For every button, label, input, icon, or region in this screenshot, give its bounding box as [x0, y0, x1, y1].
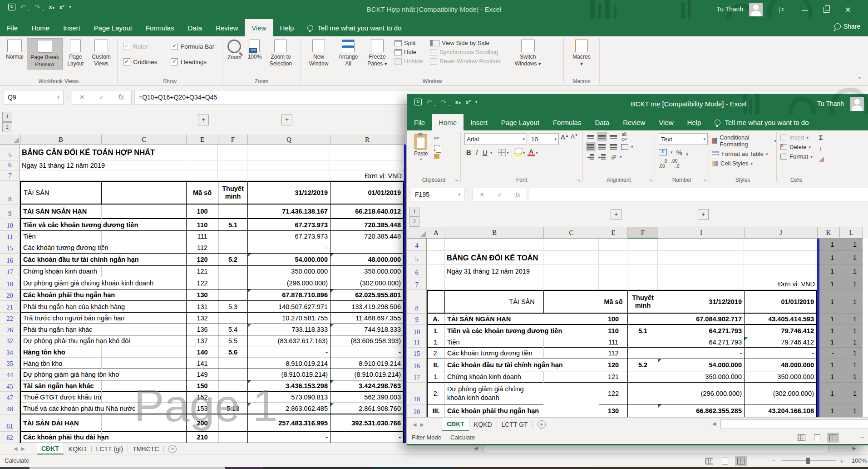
column-headers[interactable]: ABCEFIJKL — [407, 227, 863, 239]
outline-expand-button[interactable]: + — [281, 115, 292, 125]
tab-page-layout[interactable]: Page Layout — [494, 114, 546, 130]
row-header-21[interactable]: 21 — [0, 301, 20, 313]
scroll-right-icon[interactable]: ▶ — [853, 445, 856, 451]
orientation-dropdown-icon[interactable]: ▾ — [620, 155, 622, 159]
zoom-in-icon[interactable]: + — [840, 457, 844, 464]
tab-file[interactable]: File — [407, 114, 432, 130]
switch-windows-button[interactable]: Switch Windows ▾ — [510, 38, 546, 69]
cell[interactable] — [218, 313, 247, 324]
decrease-font-icon[interactable]: A▼ — [571, 133, 578, 145]
cell[interactable] — [330, 160, 404, 170]
cell[interactable] — [445, 239, 543, 251]
cell[interactable]: Phải thu ngắn hạn của khách hàng — [20, 301, 186, 313]
insert-cells-button[interactable]: Insert ▾ — [780, 134, 816, 141]
cell[interactable] — [627, 404, 658, 417]
accounting-format-icon[interactable]: $ — [659, 149, 667, 155]
cell[interactable]: 1 — [817, 337, 839, 348]
cell[interactable]: 1 — [839, 359, 863, 371]
cell[interactable]: BẢNG CÂN ĐỐI KẾ TOÁN — [445, 251, 717, 264]
cell[interactable]: 1 — [817, 251, 839, 264]
cell[interactable]: Dự phòng giảm giá hàng tồn kho — [20, 369, 186, 380]
cell[interactable]: - — [817, 348, 839, 359]
page-layout-shortcut[interactable] — [811, 433, 823, 443]
tab-home[interactable]: Home — [432, 114, 464, 130]
merge-dropdown-icon[interactable]: ▾ — [631, 145, 633, 149]
cell[interactable]: 132 — [186, 313, 218, 324]
cell[interactable]: II. — [427, 359, 445, 371]
cell[interactable]: 1 — [817, 325, 839, 337]
row-header-48[interactable]: 48 — [0, 403, 20, 414]
column-header-R[interactable]: R — [330, 135, 404, 145]
avatar[interactable] — [850, 97, 864, 111]
tab-formulas[interactable]: Formulas — [139, 19, 181, 36]
undo-icon[interactable]: ↶ ˬ — [426, 99, 436, 105]
row-header-11[interactable]: 11 — [0, 231, 20, 242]
scrollbar-thumb[interactable] — [483, 444, 829, 453]
bold-button[interactable]: B — [464, 149, 473, 156]
delete-cells-button[interactable]: ×Delete ▾ — [780, 144, 816, 150]
cell[interactable]: 1 — [817, 314, 839, 325]
cell[interactable]: 48.000.000 — [744, 359, 817, 371]
cell[interactable]: Các khoản phải thu dài hạn — [20, 432, 186, 443]
tab-file[interactable]: File — [0, 19, 25, 36]
collapse-ribbon-icon[interactable]: ⌃ — [857, 76, 862, 83]
redo-icon[interactable]: ↷ ˬ — [441, 99, 451, 105]
outline-expand-button[interactable]: + — [611, 209, 621, 220]
cell[interactable]: (83.606.958.393) — [330, 335, 404, 346]
cell[interactable]: TÀI SẢN — [445, 290, 599, 314]
cell[interactable]: 2.861.908.760 — [330, 403, 404, 414]
tab-view[interactable]: View — [245, 19, 273, 36]
spreadsheet-grid[interactable]: 4115BẢNG CÂN ĐỐI KẾ TOÁN116Ngày 31 tháng… — [407, 239, 868, 417]
tab-data[interactable]: Data — [588, 114, 616, 130]
headings-checkbox[interactable]: ✓Headings — [171, 58, 225, 65]
clear-icon[interactable]: ◢ — [819, 155, 826, 162]
cell[interactable]: - — [247, 432, 330, 443]
cell[interactable]: (296.000.000) — [658, 383, 744, 404]
cell[interactable]: 5.4 — [218, 324, 247, 335]
reset-window-position-button[interactable]: Reset Window Position — [430, 58, 500, 65]
cell[interactable]: 350.000.000 — [658, 371, 744, 383]
normal-view-shortcut[interactable] — [795, 433, 807, 443]
cell[interactable] — [744, 239, 817, 251]
cell[interactable] — [218, 231, 247, 242]
italic-button[interactable]: I — [474, 149, 480, 156]
cell[interactable]: 140.507.627.971 — [247, 301, 330, 313]
sheet-tab-CĐKT[interactable]: CĐKT — [442, 418, 469, 431]
top-align-icon[interactable] — [586, 132, 596, 141]
cell[interactable]: (302.000.000) — [330, 277, 404, 289]
cell[interactable]: Ngày 31 tháng 12 năm 2019 — [445, 264, 672, 278]
cell[interactable]: 350.000.000 — [744, 371, 817, 383]
page-layout-view-button[interactable]: Page Layout — [64, 38, 87, 70]
copy-icon[interactable] — [434, 145, 439, 151]
cell[interactable]: Tiền — [445, 337, 599, 348]
cell[interactable]: 8.910.019.214 — [330, 358, 404, 369]
number-dialog-launcher[interactable]: ↘ — [702, 178, 707, 183]
sheet-tab-LCTT (gt)[interactable]: LCTT (gt) — [92, 443, 128, 454]
cell[interactable]: 133.419.298.506 — [330, 301, 404, 313]
row-header-7[interactable]: 7 — [407, 278, 427, 290]
row-header-20[interactable]: 20 — [0, 289, 20, 301]
cell[interactable]: 10.270.581.755 — [247, 313, 330, 324]
tab-help[interactable]: Help — [681, 114, 708, 130]
column-header-B[interactable]: B — [445, 227, 544, 239]
cell[interactable]: 122 — [186, 277, 218, 289]
tell-me-box[interactable]: Tell me what you want to do — [708, 114, 815, 130]
row-header-62[interactable]: 62 — [0, 432, 20, 443]
zoom-100-button[interactable]: 100100% — [246, 38, 264, 69]
cell[interactable]: 43.405.414.593 — [744, 314, 817, 325]
cell[interactable]: 130 — [186, 289, 218, 301]
column-header-L[interactable]: L — [840, 227, 863, 239]
cell[interactable] — [445, 278, 543, 290]
cell[interactable]: Tiền và các khoản tương đương tiền — [20, 219, 186, 231]
cell[interactable]: 112 — [186, 242, 218, 254]
cell[interactable]: - — [247, 346, 330, 358]
increase-decimal-icon[interactable]: ←.0.00 — [659, 159, 667, 169]
cell[interactable]: 137 — [186, 335, 218, 346]
cell[interactable]: - — [330, 242, 404, 254]
fx-icon[interactable]: fx — [118, 93, 124, 101]
outline-expand-button[interactable]: + — [198, 115, 209, 125]
cell[interactable]: 120 — [186, 254, 218, 266]
cell[interactable]: Trả trước cho người bán ngắn hạn — [20, 313, 186, 324]
cell[interactable]: 350.000.000 — [330, 266, 404, 277]
sheet-nav-right-icon[interactable]: ▶ — [420, 418, 442, 431]
